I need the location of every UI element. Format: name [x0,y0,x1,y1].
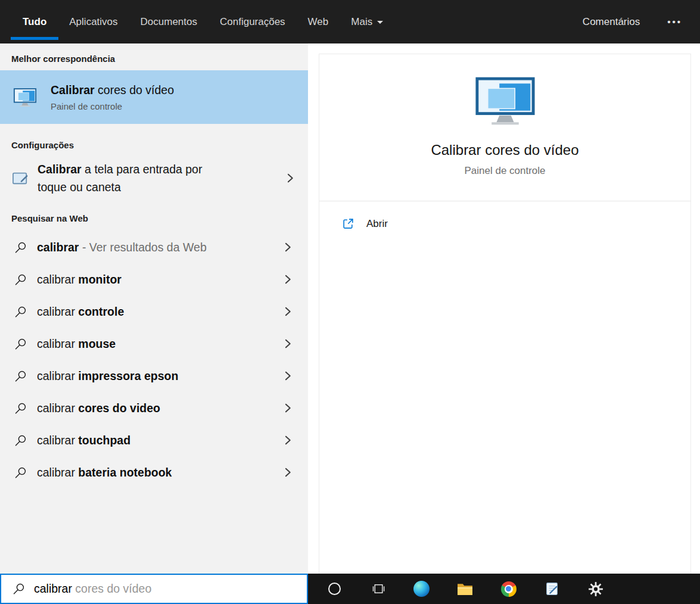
search-icon [14,466,27,479]
search-typed-text: calibrar [34,582,72,595]
windows-search-flyout: Tudo Aplicativos Documentos Configuraçõe… [0,0,700,604]
search-icon [14,434,27,447]
suggestion-typed: calibrar [37,337,78,350]
best-match-subtitle: Painel de controle [51,101,174,111]
web-suggestion-text: calibrar - Ver resultados da Web [37,241,207,254]
web-suggestion-text: calibrar touchpad [37,434,130,447]
tab-mais-label: Mais [351,16,372,28]
web-suggestion[interactable]: calibrar touchpad [0,424,308,456]
open-action[interactable]: Abrir [319,201,690,230]
edge-icon [413,581,430,597]
tablet-pen-icon [12,170,29,186]
web-suggestion[interactable]: calibrar - Ver resultados da Web [0,231,308,263]
tab-tudo[interactable]: Tudo [23,16,46,28]
web-suggestion-text: calibrar bateria notebook [37,466,172,480]
search-icon [13,583,25,595]
best-match-title-bold: Calibrar [51,83,95,96]
chevron-right-icon[interactable] [282,306,294,317]
open-action-label: Abrir [366,218,388,230]
settings-gear-icon [588,581,603,597]
suggestion-typed: calibrar [37,434,78,447]
suggestion-typed: calibrar [37,273,78,286]
tab-configuracoes-label: Configurações [220,16,285,28]
search-icon [14,338,27,350]
settings-button[interactable] [574,574,617,604]
suggestion-typed: calibrar [37,466,78,479]
web-suggestion[interactable]: calibrar bateria notebook [0,456,308,488]
chevron-right-icon[interactable] [282,370,294,382]
search-inline-suggestion: cores do vídeo [72,582,151,595]
suggestion-rest: controle [78,305,124,318]
chrome-icon [501,581,517,597]
web-suggestion-text: calibrar mouse [37,337,116,351]
chevron-right-icon[interactable] [282,338,294,350]
preview-card-top: Calibrar cores do vídeo Painel de contro… [319,54,690,201]
search-icon [14,402,27,415]
web-suggestion[interactable]: calibrar controle [0,295,308,328]
chevron-right-icon[interactable] [284,172,296,184]
notes-icon [545,581,559,596]
chevron-right-icon[interactable] [282,434,294,446]
search-input[interactable]: calibrar cores do vídeo [0,574,308,604]
chevron-right-icon[interactable] [282,241,294,253]
search-icon [14,306,27,318]
preview-title: Calibrar cores do vídeo [431,142,578,158]
task-view-button[interactable] [356,574,400,604]
tab-documentos[interactable]: Documentos [141,16,197,28]
web-suggestion-text: calibrar monitor [37,273,122,287]
web-suggestion-text: calibrar cores do video [37,401,160,415]
tab-aplicativos[interactable]: Aplicativos [69,16,117,28]
tab-aplicativos-label: Aplicativos [69,16,117,28]
suggestion-typed: calibrar [37,241,79,254]
task-view-icon [371,581,385,596]
overflow-menu-button[interactable]: ••• [667,17,682,27]
suggestion-rest: - Ver resultados da Web [79,241,206,254]
suggestion-rest: mouse [78,337,116,350]
feedback-button[interactable]: Comentários [583,16,640,28]
dropdown-caret-icon [377,21,383,27]
preview-card: Calibrar cores do vídeo Painel de contro… [319,54,691,574]
section-best-match: Melhor correspondência [0,43,308,70]
suggestion-rest: touchpad [78,434,130,447]
file-explorer-button[interactable] [443,574,487,604]
best-match-result[interactable]: Calibrar cores do vídeo Painel de contro… [0,70,308,124]
search-icon [14,241,27,254]
results-panel: Melhor correspondência Calibrar cores do… [0,43,308,574]
tab-mais[interactable]: Mais [351,16,383,28]
web-suggestion[interactable]: calibrar cores do video [0,392,308,424]
header-right: Comentários ••• [583,16,682,28]
tab-configuracoes[interactable]: Configurações [220,16,285,28]
tab-documentos-label: Documentos [141,16,197,28]
search-icon [14,370,27,382]
suggestion-rest: monitor [78,273,122,286]
chevron-right-icon[interactable] [282,273,294,285]
suggestion-rest: impressora epson [78,369,178,382]
suggestion-typed: calibrar [37,401,78,415]
settings-result[interactable]: Calibrar a tela para entrada por toque o… [0,157,308,200]
web-suggestion-text: calibrar controle [37,305,124,319]
preview-subtitle: Painel de controle [464,165,545,177]
chevron-right-icon[interactable] [282,402,294,414]
web-suggestion[interactable]: calibrar mouse [0,328,308,360]
settings-result-title: Calibrar a tela para entrada por toque o… [38,160,234,196]
web-suggestion[interactable]: calibrar impressora epson [0,360,308,392]
web-suggestion[interactable]: calibrar monitor [0,263,308,295]
tab-web-label: Web [308,16,329,28]
suggestion-typed: calibrar [37,305,78,318]
best-match-title-rest: cores do vídeo [95,83,174,96]
cortana-button[interactable] [313,574,356,604]
search-header: Tudo Aplicativos Documentos Configuraçõe… [0,0,700,43]
edge-button[interactable] [400,574,443,604]
open-external-icon [342,217,354,230]
tab-web[interactable]: Web [308,16,329,28]
suggestion-rest: cores do video [78,401,160,415]
search-input-text: calibrar cores do vídeo [34,582,151,596]
file-explorer-icon [457,582,473,596]
taskbar: calibrar cores do vídeo [0,574,700,604]
search-icon [14,273,27,286]
chevron-right-icon[interactable] [282,466,294,478]
chrome-button[interactable] [487,574,530,604]
notes-button[interactable] [530,574,574,604]
search-results-area: Melhor correspondência Calibrar cores do… [0,43,700,574]
section-web-search: Pesquisar na Web [0,200,308,231]
